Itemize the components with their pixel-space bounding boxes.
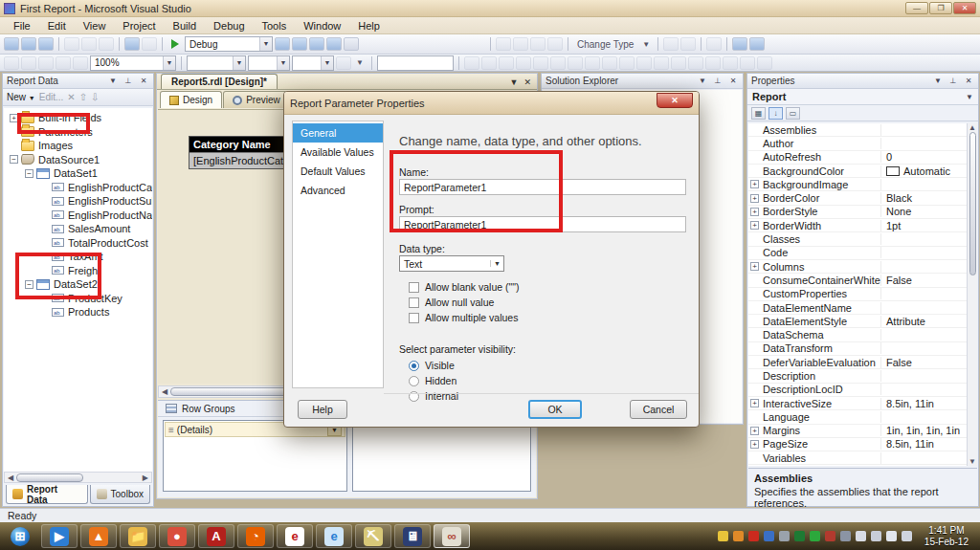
add-datasource-icon[interactable] [749,37,765,51]
property-row[interactable]: Classes [748,232,967,246]
align-right-icon[interactable] [499,56,514,70]
radio-icon[interactable] [409,361,419,371]
border-style-icon[interactable] [336,56,351,70]
tray-quickheal-icon[interactable] [748,531,759,541]
tray-bluetooth-icon[interactable] [764,531,774,541]
remove-spacing-icon[interactable] [654,56,669,70]
property-row[interactable]: BackgroundColor Automatic [748,165,967,178]
taskbar-remote-desktop[interactable]: 🖥 [394,524,431,548]
snap-lines-icon[interactable] [757,56,772,70]
tree-item[interactable]: SalesAmount [4,222,152,236]
data-type-dropdown[interactable]: Text▼ [399,255,504,272]
new-project-icon[interactable] [4,37,19,51]
checkbox-icon[interactable] [409,313,419,323]
save-all-icon[interactable] [38,37,54,51]
property-value[interactable]: None [881,206,967,217]
add-dataset-icon[interactable] [732,37,747,51]
property-row[interactable]: Variables [748,451,967,465]
tree-item[interactable]: EnglishProductName [4,209,152,223]
radio-row[interactable]: Internal [409,390,458,402]
taskbar-clock[interactable]: 1:41 PM 15-Feb-12 [917,525,976,548]
page-icon[interactable] [4,56,19,70]
tablix-header-cell[interactable]: Category Name [189,137,299,152]
taskbar-adobe-reader[interactable]: A [198,524,234,548]
menu-item[interactable]: Tools [255,18,295,33]
chart-icon[interactable] [547,37,563,51]
property-row[interactable]: Description [748,369,967,383]
tab-report-data[interactable]: Report Data [6,485,88,504]
bring-to-front-icon[interactable] [705,56,721,70]
dialog-title-bar[interactable]: Report Parameter Properties ✕ [284,92,699,115]
close-document-icon[interactable]: ✕ [523,77,531,87]
property-row[interactable]: + BorderColor Black [748,191,967,205]
taskbar-windows-media-player[interactable]: ▶ [41,524,78,548]
tray-alert-icon[interactable] [718,531,728,541]
property-row[interactable]: + BackgroundImage [748,178,967,191]
page2-icon[interactable] [21,56,36,70]
new-dropdown-button[interactable]: New ▼ [7,92,35,102]
taskbar-avira[interactable]: e [277,524,313,548]
group-icon[interactable] [706,37,722,51]
help-button[interactable]: Help [298,400,347,419]
alphabetical-icon[interactable]: ↓ [768,107,783,120]
font-family-combo[interactable]: ▼ [187,55,246,71]
toolbox-icon[interactable] [326,37,342,51]
tab-design[interactable]: Design [160,91,222,108]
tray-messenger-icon[interactable] [779,531,790,541]
checkbox-row[interactable]: Allow null value [409,297,494,308]
property-row[interactable]: DataElementName [748,301,967,315]
menu-item[interactable]: Project [115,18,163,33]
menu-item[interactable]: Build [166,18,204,33]
property-row[interactable]: + BorderWidth 1pt [748,219,967,232]
ok-button[interactable]: OK [528,400,582,419]
radio-icon[interactable] [409,376,419,386]
property-row[interactable]: + Margins 1in, 1in, 1in, 1in [748,425,967,438]
object-selector-combo[interactable]: Report ▼ [747,89,978,105]
tray-sound-mixer-icon[interactable] [825,531,835,541]
property-row[interactable]: DescriptionLocID [748,384,967,397]
auto-hide-pin-icon[interactable]: ⊥ [947,77,959,85]
property-expand-icon[interactable]: + [750,399,759,407]
cut-icon[interactable] [64,37,79,51]
tray-flash-icon[interactable] [794,531,805,541]
horizontal-spacing-icon[interactable] [619,56,635,70]
move-down-icon[interactable]: ⇩ [91,92,99,102]
checkbox-row[interactable]: Allow blank value ("") [409,281,520,293]
font-size-combo[interactable]: ▼ [248,55,290,71]
property-value[interactable]: Attribute [881,316,967,327]
ruler-icon[interactable] [73,56,88,70]
report-data-hscrollbar[interactable]: ◀ ▶ [4,472,152,483]
align-left-icon[interactable] [464,56,479,70]
align-middle-icon[interactable] [533,56,548,70]
delete-icon[interactable]: ✕ [67,92,75,102]
vertical-spacing-icon[interactable] [636,56,652,70]
properties-window-icon[interactable] [309,37,324,51]
property-value[interactable]: 1in, 1in, 1in, 1in [881,425,967,436]
window-position-icon[interactable]: ▼ [932,77,944,85]
tray-antivirus-icon[interactable] [810,531,820,541]
dialog-nav-item[interactable]: Default Values [293,162,383,181]
matrix-icon[interactable] [513,37,528,51]
align-bottom-icon[interactable] [550,56,566,70]
property-value[interactable]: 1pt [881,220,967,231]
property-value[interactable]: Black [881,192,967,204]
property-expand-icon[interactable]: + [750,194,759,203]
edit-button[interactable]: Edit... [39,92,64,102]
radio-row[interactable]: Hidden [409,375,457,386]
taskbar-vlc[interactable]: ▲ [80,524,117,548]
checkbox-icon[interactable] [409,282,419,293]
active-files-icon[interactable]: ▼ [510,77,519,87]
important-icon[interactable] [663,37,679,51]
make-same-size-icon[interactable] [602,56,617,70]
tree-expand-icon[interactable]: − [25,169,33,178]
menu-item[interactable]: Edit [40,18,74,33]
tray-network-icon[interactable] [871,531,881,541]
sort-icon[interactable] [56,56,71,70]
tab-preview[interactable]: Preview [223,91,290,108]
menu-item[interactable]: Debug [206,18,252,33]
tree-item[interactable]: TotalProductCost [4,236,152,251]
table-icon[interactable] [496,37,511,51]
change-type-button[interactable]: Change Type [573,39,637,50]
tray-update-icon[interactable] [733,531,744,541]
property-row[interactable]: Code [748,247,967,260]
